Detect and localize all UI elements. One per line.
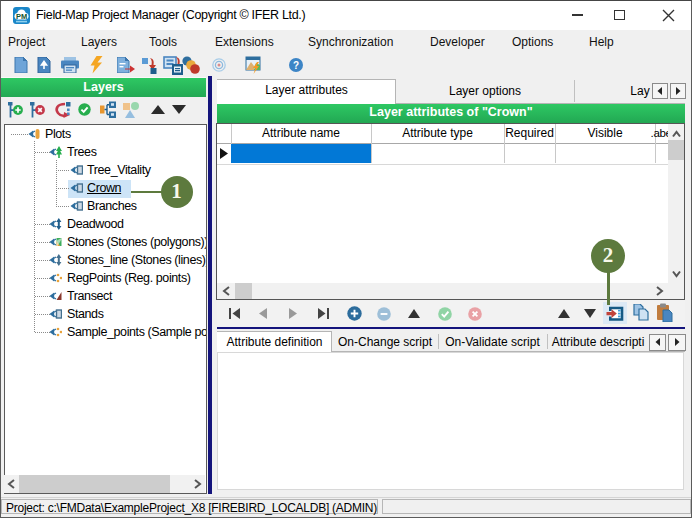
svg-text:PM: PM	[16, 12, 27, 21]
svg-text:?: ?	[293, 60, 299, 71]
